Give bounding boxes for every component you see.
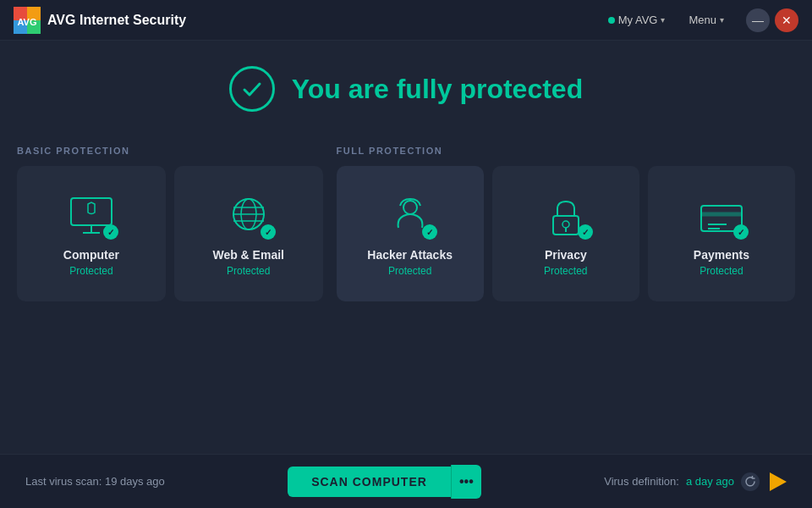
privacy-icon: ✓ (540, 196, 591, 238)
chevron-down-icon: ▾ (661, 15, 665, 25)
payments-card-name: Payments (694, 248, 749, 262)
full-protection-section: FULL PROTECTION (337, 146, 795, 301)
basic-cards-row: ✓ Computer Protected (17, 166, 323, 301)
chevron-down-icon: ▾ (720, 15, 724, 25)
web-email-icon: ✓ (223, 196, 274, 238)
scan-more-options-button[interactable]: ••• (451, 465, 481, 499)
bottom-bar: Last virus scan: 19 days ago SCAN COMPUT… (0, 454, 812, 508)
menu-button[interactable]: Menu ▾ (680, 10, 732, 30)
minimize-button[interactable]: — (746, 8, 770, 32)
last-scan-info: Last virus scan: 19 days ago (25, 475, 165, 488)
check-badge-icon: ✓ (733, 224, 749, 240)
main-content: You are fully protected BASIC PROTECTION (0, 41, 812, 301)
hacker-attacks-card-name: Hacker Attacks (367, 248, 453, 262)
status-banner: You are fully protected (229, 66, 583, 112)
status-text: You are fully protected (292, 74, 583, 105)
protected-status-icon (229, 66, 275, 112)
computer-icon: ✓ (66, 196, 117, 238)
payments-icon: ✓ (696, 196, 747, 238)
cards-container: BASIC PROTECTION (17, 146, 795, 301)
svg-text:AVG: AVG (17, 17, 36, 27)
app-title: AVG Internet Security (47, 13, 186, 28)
status-dot-icon (608, 17, 615, 24)
avg-logo-icon: AVG (14, 7, 41, 34)
hacker-attacks-icon: ✓ (385, 196, 436, 238)
window-controls: — ✕ (746, 8, 798, 32)
check-badge-icon: ✓ (578, 224, 593, 240)
svg-point-15 (562, 221, 569, 228)
check-badge-icon: ✓ (422, 224, 437, 240)
payments-protection-card[interactable]: ✓ Payments Protected (648, 166, 795, 301)
full-protection-label: FULL PROTECTION (337, 146, 795, 156)
check-badge-icon: ✓ (261, 224, 276, 240)
scan-actions: SCAN COMPUTER ••• (288, 465, 481, 499)
payments-card-status: Protected (700, 265, 743, 277)
basic-protection-label: BASIC PROTECTION (17, 146, 323, 156)
privacy-protection-card[interactable]: ✓ Privacy Protected (492, 166, 639, 301)
check-badge-icon: ✓ (103, 224, 118, 240)
virus-definition-info: Virus definition: a day ago (604, 472, 787, 491)
my-avg-button[interactable]: My AVG ▾ (600, 10, 674, 30)
refresh-virus-def-button[interactable] (741, 472, 760, 491)
close-button[interactable]: ✕ (775, 8, 798, 32)
privacy-card-name: Privacy (545, 248, 587, 262)
computer-card-name: Computer (63, 248, 119, 262)
scan-computer-button[interactable]: SCAN COMPUTER (288, 467, 451, 497)
full-cards-row: ✓ Hacker Attacks Protected (337, 166, 795, 301)
hacker-attacks-card-status: Protected (388, 265, 431, 277)
computer-protection-card[interactable]: ✓ Computer Protected (17, 166, 166, 301)
alert-triangle-icon (770, 472, 787, 491)
hacker-attacks-protection-card[interactable]: ✓ Hacker Attacks Protected (337, 166, 484, 301)
web-email-card-status: Protected (227, 265, 270, 277)
refresh-icon (744, 476, 756, 488)
checkmark-icon (241, 78, 263, 100)
web-email-card-name: Web & Email (212, 248, 284, 262)
basic-protection-section: BASIC PROTECTION (17, 146, 323, 301)
titlebar-right: My AVG ▾ Menu ▾ — ✕ (600, 8, 798, 32)
computer-card-status: Protected (69, 265, 112, 277)
titlebar: AVG AVG Internet Security My AVG ▾ Menu … (0, 0, 812, 41)
protection-sections: BASIC PROTECTION (17, 146, 795, 301)
svg-point-13 (403, 201, 417, 214)
privacy-card-status: Protected (544, 265, 587, 277)
virus-def-value: a day ago (686, 475, 734, 488)
titlebar-left: AVG AVG Internet Security (14, 7, 186, 34)
web-email-protection-card[interactable]: ✓ Web & Email Protected (174, 166, 323, 301)
